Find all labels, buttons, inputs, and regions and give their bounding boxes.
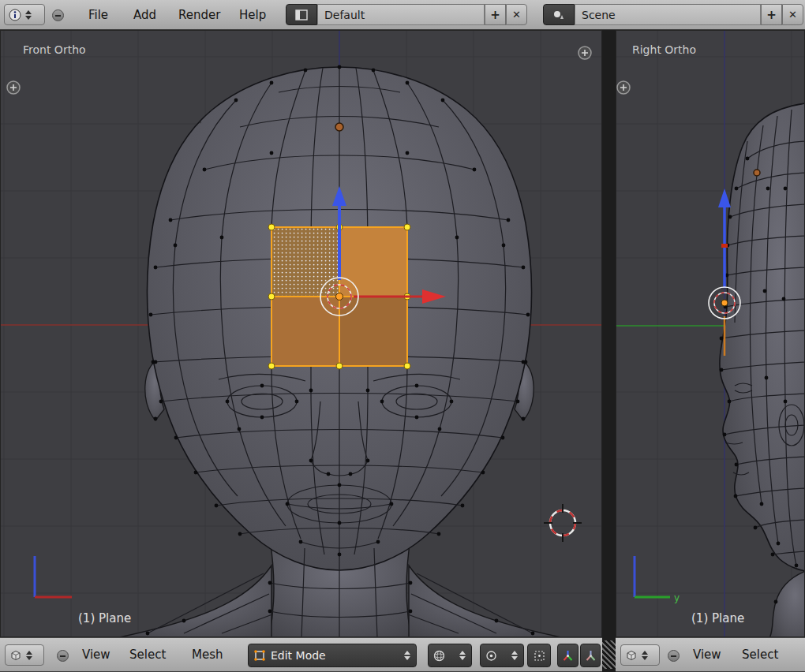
- object-info: (1) Plane: [691, 611, 744, 625]
- object-origin-dot: [335, 123, 343, 131]
- area-divider[interactable]: [602, 30, 616, 672]
- menu-view[interactable]: View: [82, 638, 110, 671]
- minus-icon: [60, 655, 66, 657]
- menu-mesh[interactable]: Mesh: [192, 638, 223, 671]
- menu-add[interactable]: Add: [133, 0, 156, 29]
- viewport-shading-dropdown[interactable]: [428, 644, 472, 667]
- view-label: Front Ortho: [23, 43, 86, 56]
- info-editor-icon: [8, 8, 22, 22]
- object-origin-dot: [754, 170, 760, 176]
- area-resize-corner[interactable]: [601, 640, 616, 669]
- 3d-view-icon: [9, 648, 23, 663]
- top-header: File Add Render Help Default + ✕ Scene +…: [0, 0, 805, 30]
- menu-select[interactable]: Select: [129, 638, 166, 671]
- menu-render[interactable]: Render: [178, 0, 220, 29]
- scene-icon: [552, 9, 565, 21]
- collapse-menus-button[interactable]: [52, 9, 64, 21]
- show-toolshelf-panel-icon[interactable]: [617, 81, 630, 94]
- menu-select[interactable]: Select: [742, 638, 778, 671]
- editor-type-stepper[interactable]: [25, 651, 33, 660]
- editor-type-stepper[interactable]: [641, 651, 649, 660]
- screen-layout-name: Default: [324, 9, 365, 21]
- screen-layout-browse-button[interactable]: [286, 4, 317, 25]
- mode-dropdown[interactable]: Edit Mode: [248, 644, 417, 667]
- mode-stepper[interactable]: [403, 651, 411, 660]
- editor-type-button-info[interactable]: [4, 4, 45, 25]
- view-label: Right Ortho: [632, 43, 696, 56]
- axis-tripod-icon: [584, 649, 597, 663]
- mini-axis-widget: [35, 556, 72, 597]
- 3d-cursor[interactable]: [544, 504, 582, 542]
- pivot-point-dropdown[interactable]: [480, 644, 524, 667]
- viewport-right-ortho[interactable]: y Right Ortho (1) Plane: [616, 30, 805, 637]
- axis-y-label: y: [674, 592, 680, 603]
- dashed-square-icon: [534, 650, 545, 662]
- footer-right: View Select: [616, 637, 805, 672]
- close-icon: ✕: [788, 9, 797, 21]
- mode-label: Edit Mode: [271, 649, 399, 662]
- footer-left: View Select Mesh Edit Mode: [0, 637, 602, 672]
- editor-type-button-3dview[interactable]: [620, 644, 660, 666]
- scene-name: Scene: [582, 9, 616, 21]
- pivot-icon: [485, 650, 497, 662]
- editor-type-button-3dview[interactable]: [5, 644, 44, 666]
- edit-mode-icon: [253, 649, 266, 662]
- head-profile-mesh[interactable]: [720, 103, 805, 637]
- scene-name-field[interactable]: Scene: [575, 4, 761, 25]
- screen-layout-icon: [295, 9, 308, 21]
- manipulator-orientation-dropdown[interactable]: [580, 644, 601, 667]
- screen-close-button[interactable]: ✕: [506, 4, 527, 25]
- gizmo-center-dot[interactable]: [721, 300, 728, 306]
- shading-sphere-icon: [433, 650, 445, 662]
- viewport-right-canvas[interactable]: y Right Ortho (1) Plane: [616, 31, 805, 637]
- collapse-menus-button[interactable]: [668, 650, 680, 662]
- collapse-menus-button[interactable]: [57, 650, 69, 662]
- viewport-front-ortho[interactable]: Front Ortho (1) Plane: [0, 30, 602, 637]
- scene-browse-button[interactable]: [543, 4, 575, 25]
- close-icon: ✕: [512, 9, 521, 21]
- menu-help[interactable]: Help: [239, 0, 266, 29]
- pivot-stepper[interactable]: [511, 651, 519, 660]
- show-properties-panel-icon[interactable]: [578, 47, 591, 59]
- plus-icon: +: [766, 8, 777, 22]
- plus-icon: +: [490, 8, 500, 22]
- menu-view[interactable]: View: [693, 638, 721, 671]
- menu-file[interactable]: File: [88, 0, 108, 29]
- screen-layout-name-field[interactable]: Default: [317, 4, 485, 25]
- editor-type-stepper[interactable]: [24, 10, 32, 20]
- axis-tripod-icon: [561, 649, 575, 663]
- snap-toggle-button[interactable]: [527, 644, 551, 667]
- 3d-view-icon: [624, 648, 638, 663]
- screen-add-button[interactable]: +: [485, 4, 506, 25]
- object-info: (1) Plane: [78, 611, 131, 625]
- manipulator-toggle-button[interactable]: [557, 644, 578, 667]
- show-toolshelf-panel-icon[interactable]: [7, 81, 20, 94]
- viewport-front-canvas[interactable]: Front Ortho (1) Plane: [1, 31, 602, 637]
- minus-icon: [55, 15, 61, 17]
- gizmo-x-axis-toward-viewer: [721, 244, 728, 248]
- minus-icon: [671, 655, 676, 657]
- scene-close-button[interactable]: ✕: [782, 4, 803, 25]
- scene-add-button[interactable]: +: [761, 4, 782, 25]
- shading-stepper[interactable]: [459, 651, 466, 660]
- gizmo-center-dot[interactable]: [336, 293, 343, 301]
